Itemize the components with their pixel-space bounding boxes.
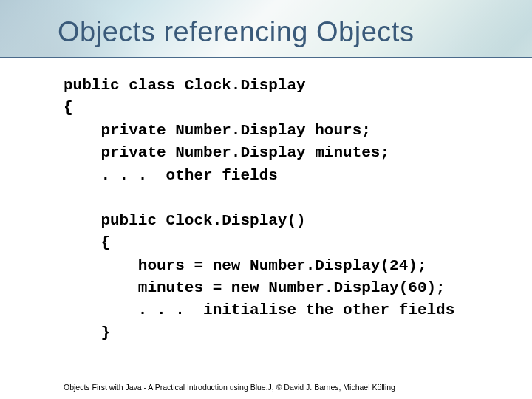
- code-line: }: [64, 324, 110, 341]
- code-line: minutes = new Number.Display(60);: [64, 279, 446, 296]
- code-line: {: [64, 234, 110, 251]
- code-line: . . . initialise the other fields: [64, 301, 454, 318]
- code-line: public Clock.Display(): [64, 212, 306, 229]
- footer-attribution: Objects First with Java - A Practical In…: [64, 383, 395, 392]
- code-line: hours = new Number.Display(24);: [64, 257, 426, 274]
- code-line: public class Clock.Display: [64, 77, 306, 94]
- slide: Objects referencing Objects public class…: [0, 0, 532, 399]
- code-line: private Number.Display minutes;: [64, 144, 389, 161]
- slide-title: Objects referencing Objects: [0, 0, 532, 48]
- code-line: {: [64, 99, 73, 116]
- code-line: . . . other fields: [64, 167, 278, 184]
- slide-body: public class Clock.Display { private Num…: [0, 58, 532, 399]
- code-line: private Number.Display hours;: [64, 122, 371, 139]
- code-block: public class Clock.Display { private Num…: [64, 75, 502, 344]
